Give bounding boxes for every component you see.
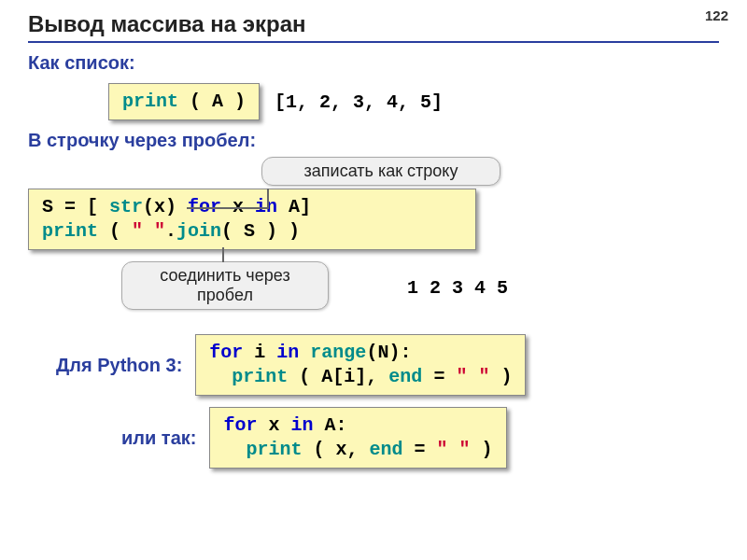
c4j: " " xyxy=(437,439,471,460)
code-rest: ( A ) xyxy=(178,91,246,112)
c2b: str xyxy=(109,196,143,217)
c3b: i xyxy=(243,342,276,363)
c2m: ( S ) ) xyxy=(221,220,300,242)
c3c: in xyxy=(276,342,299,363)
c3e: range xyxy=(310,342,366,363)
c2a: S = [ xyxy=(42,196,109,217)
c4c: in xyxy=(290,414,313,436)
c4a: for xyxy=(223,414,257,436)
c4h: end xyxy=(370,439,403,460)
c2i: ( xyxy=(98,220,132,242)
c2g: A] xyxy=(277,196,311,217)
c4b: x xyxy=(257,414,290,436)
c3j: end xyxy=(388,366,422,387)
subtitle-as-list: Как список: xyxy=(28,52,719,74)
c4f: print xyxy=(246,439,302,460)
callout-join: соединить через пробел xyxy=(121,261,329,310)
callout-line-2 xyxy=(222,247,224,262)
callout-str: записать как строку xyxy=(261,157,500,186)
c3f: (N): xyxy=(366,342,411,363)
c4g: ( x, xyxy=(302,439,369,460)
c4d: A: xyxy=(314,414,347,436)
subtitle-python3: Для Python 3: xyxy=(56,355,182,376)
c2k: . xyxy=(165,220,176,242)
code-join: S = [ str(x) for x in A] print ( " ".joi… xyxy=(28,189,476,250)
subtitle-inline: В строчку через пробел: xyxy=(28,130,719,151)
callout-line-1 xyxy=(267,189,269,209)
c4e xyxy=(223,439,246,460)
callout-line-1b xyxy=(187,207,269,209)
c3g xyxy=(209,366,232,387)
c2h: print xyxy=(42,220,98,242)
c3l: " " xyxy=(456,366,489,387)
code-for-x: for x in A: print ( x, end = " " ) xyxy=(209,407,506,469)
c3i: ( A[i], xyxy=(288,366,388,387)
kw-print: print xyxy=(122,91,178,112)
c3a: for xyxy=(209,342,243,363)
c3d xyxy=(299,342,310,363)
output-inline: 1 2 3 4 5 xyxy=(407,277,508,299)
output-list: [1, 2, 3, 4, 5] xyxy=(275,91,443,113)
c4i: = xyxy=(403,439,437,460)
c3m: ) xyxy=(489,366,512,387)
code-for-range: for i in range(N): print ( A[i], end = "… xyxy=(195,334,526,396)
code-print-a: print ( A ) xyxy=(108,83,260,120)
subtitle-or: или так: xyxy=(121,427,196,449)
c2c: (x) xyxy=(143,196,188,217)
c3k: = xyxy=(422,366,456,387)
c2j: " " xyxy=(132,220,165,242)
c2l: join xyxy=(176,220,221,242)
page-number: 122 xyxy=(705,7,728,23)
c4k: ) xyxy=(471,439,493,460)
page-title: Вывод массива на экран xyxy=(28,11,719,43)
c3h: print xyxy=(232,366,288,387)
